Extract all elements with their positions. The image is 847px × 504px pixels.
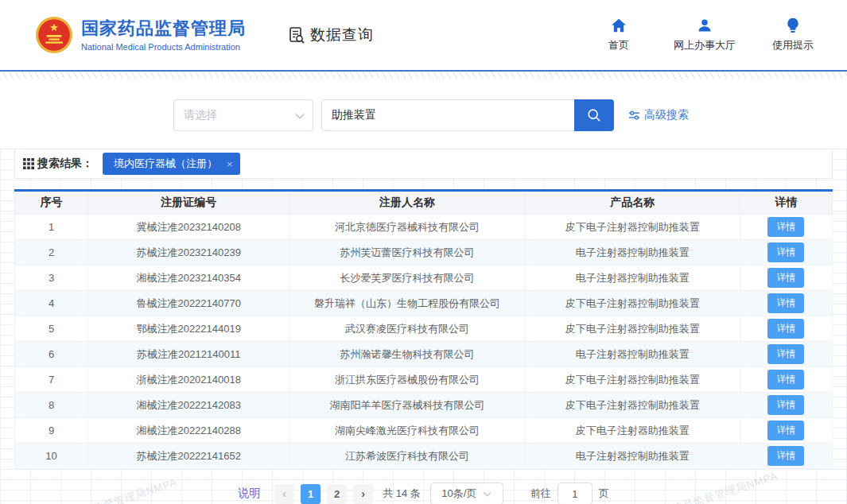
detail-button[interactable]: 详情	[767, 370, 804, 390]
table-row: 1 冀械注准20232140208 河北京德医疗器械科技有限公司 皮下电子注射器…	[15, 215, 833, 240]
cell-index: 3	[15, 266, 88, 291]
lightbulb-icon	[787, 17, 799, 33]
cell-reg-no: 浙械注准20202140018	[88, 367, 289, 393]
category-select-placeholder: 请选择	[184, 108, 217, 122]
detail-button[interactable]: 详情	[767, 421, 804, 440]
table-row: 4 鲁械注准20222140770 磐升瑞祥（山东）生物工程股份有限公司 皮下电…	[15, 291, 833, 316]
cell-index: 4	[15, 291, 88, 316]
filter-tag[interactable]: 境内医疗器械（注册） ×	[103, 153, 240, 175]
cell-detail: 详情	[740, 215, 832, 240]
cell-reg-no: 苏械注准20222141652	[88, 444, 289, 469]
cell-index: 7	[15, 367, 88, 393]
table-row: 3 湘械注准20232140354 长沙爱芙罗医疗科技有限公司 电子注射器控制助…	[15, 266, 833, 291]
detail-button[interactable]: 详情	[767, 446, 804, 466]
detail-button[interactable]: 详情	[767, 242, 804, 262]
search-section: 请选择 高级搜索	[0, 79, 847, 149]
prev-page-button[interactable]: ‹	[274, 484, 294, 504]
cell-reg-no: 湘械注准20232140354	[88, 266, 289, 291]
decorative-stripes	[0, 72, 847, 79]
cell-product: 皮下电子注射器控制助推装置	[525, 393, 740, 418]
user-icon	[697, 17, 713, 33]
cell-product: 电子注射器控制助推装置	[525, 266, 740, 291]
nav-service-hall[interactable]: 网上办事大厅	[674, 17, 736, 52]
nav-home-label: 首页	[608, 38, 629, 52]
cell-reg-no: 湘械注准20222142083	[88, 393, 289, 418]
cell-registrant: 河北京德医疗器械科技有限公司	[289, 215, 525, 240]
close-icon[interactable]: ×	[227, 159, 233, 169]
chevron-down-icon	[483, 491, 491, 497]
app-title: 数据查询	[287, 25, 374, 45]
page-button-1[interactable]: 1	[301, 484, 321, 504]
goto-label: 前往	[530, 487, 551, 501]
cell-registrant: 长沙爱芙罗医疗科技有限公司	[289, 266, 525, 291]
detail-button[interactable]: 详情	[767, 395, 804, 415]
cell-index: 2	[15, 240, 88, 266]
table-row: 5 鄂械注准20222144019 武汉赛凌医疗科技有限公司 皮下电子注射器控制…	[15, 316, 833, 342]
cell-detail: 详情	[740, 291, 832, 316]
results-label-text: 搜索结果：	[37, 157, 93, 171]
table-row: 8 湘械注准20222142083 湖南阳羊羊医疗器械科技有限公司 皮下电子注射…	[15, 393, 833, 418]
col-header-reg-no: 注册证编号	[88, 191, 289, 215]
cell-reg-no: 鄂械注准20222144019	[88, 316, 289, 342]
total-count: 共 14 条	[383, 487, 421, 501]
detail-button[interactable]: 详情	[767, 217, 804, 237]
page-button-2[interactable]: 2	[327, 484, 347, 504]
results-zone: 国家药品监督管理局NMPA 国家药品监督管理局NMPA 国家药品监督管理局NMP…	[0, 149, 847, 504]
page-size-value: 10条/页	[441, 487, 476, 501]
cell-registrant: 武汉赛凌医疗科技有限公司	[289, 316, 525, 342]
nav-tips[interactable]: 使用提示	[772, 17, 814, 52]
cell-index: 5	[15, 316, 88, 342]
nav-tips-label: 使用提示	[772, 38, 814, 52]
cell-product: 皮下电子注射器控制助推装置	[525, 215, 740, 240]
results-table-body: 1 冀械注准20232140208 河北京德医疗器械科技有限公司 皮下电子注射器…	[15, 215, 833, 469]
cell-detail: 详情	[740, 367, 832, 393]
goto-page-input[interactable]	[558, 483, 593, 504]
table-row: 9 湘械注准20222140288 湖南尖峰激光医疗科技有限公司 皮下电子注射器…	[15, 418, 833, 444]
cell-detail: 详情	[740, 418, 832, 444]
org-name: 国家药品监督管理局	[81, 18, 246, 39]
detail-button[interactable]: 详情	[767, 319, 804, 339]
search-button[interactable]	[574, 99, 614, 131]
cell-detail: 详情	[740, 316, 832, 342]
cell-reg-no: 鲁械注准20222140770	[88, 291, 289, 316]
cell-registrant: 湖南尖峰激光医疗科技有限公司	[289, 418, 525, 444]
detail-button[interactable]: 详情	[767, 344, 804, 364]
detail-button[interactable]: 详情	[767, 293, 804, 313]
results-table: 序号 注册证编号 注册人名称 产品名称 详情 1 冀械注准20232140208…	[14, 189, 833, 469]
cell-product: 电子注射器控制助推装置	[525, 240, 740, 266]
national-emblem-icon	[35, 16, 73, 54]
nav-home[interactable]: 首页	[600, 17, 637, 52]
cell-detail: 详情	[740, 393, 832, 418]
cell-detail: 详情	[740, 266, 832, 291]
cell-index: 6	[15, 342, 88, 367]
search-input[interactable]	[321, 99, 574, 131]
cell-reg-no: 苏械注准20212140011	[88, 342, 289, 367]
note-link[interactable]: 说明	[238, 487, 260, 501]
filter-tag-label: 境内医疗器械（注册）	[114, 157, 217, 171]
nmpa-logo: 国家药品监督管理局 National Medical Products Admi…	[35, 16, 246, 54]
table-row: 6 苏械注准20212140011 苏州瀚诺馨生物科技有限公司 电子注射器控制助…	[15, 342, 833, 367]
table-header-row: 序号 注册证编号 注册人名称 产品名称 详情	[15, 191, 833, 215]
advanced-search-link[interactable]: 高级搜索	[628, 108, 689, 122]
category-select[interactable]: 请选择	[173, 99, 313, 131]
cell-registrant: 苏州瀚诺馨生物科技有限公司	[289, 342, 525, 367]
page-size-select[interactable]: 10条/页	[430, 483, 503, 504]
cell-index: 8	[15, 393, 88, 418]
col-header-index: 序号	[15, 191, 88, 215]
cell-registrant: 磐升瑞祥（山东）生物工程股份有限公司	[289, 291, 525, 316]
table-row: 7 浙械注准20202140018 浙江拱东医疗器械股份有限公司 皮下电子注射器…	[15, 367, 833, 393]
col-header-registrant: 注册人名称	[289, 191, 525, 215]
org-name-en: National Medical Products Administration	[81, 42, 246, 52]
cell-product: 电子注射器控制助推装置	[525, 342, 740, 367]
next-page-button[interactable]: ›	[353, 484, 373, 504]
chevron-down-icon	[295, 109, 305, 122]
cell-index: 1	[15, 215, 88, 240]
app-title-text: 数据查询	[310, 25, 374, 45]
col-header-detail: 详情	[740, 191, 832, 215]
nav-service-hall-label: 网上办事大厅	[674, 38, 736, 52]
results-bar: 搜索结果： 境内医疗器械（注册） ×	[14, 149, 833, 179]
detail-button[interactable]: 详情	[767, 268, 804, 288]
table-row: 10 苏械注准20222141652 江苏希波医疗科技有限公司 电子注射器控制助…	[15, 444, 833, 469]
cell-product: 皮下电子注射器助推装置	[525, 418, 740, 444]
cell-reg-no: 苏械注准20232140239	[88, 240, 289, 266]
